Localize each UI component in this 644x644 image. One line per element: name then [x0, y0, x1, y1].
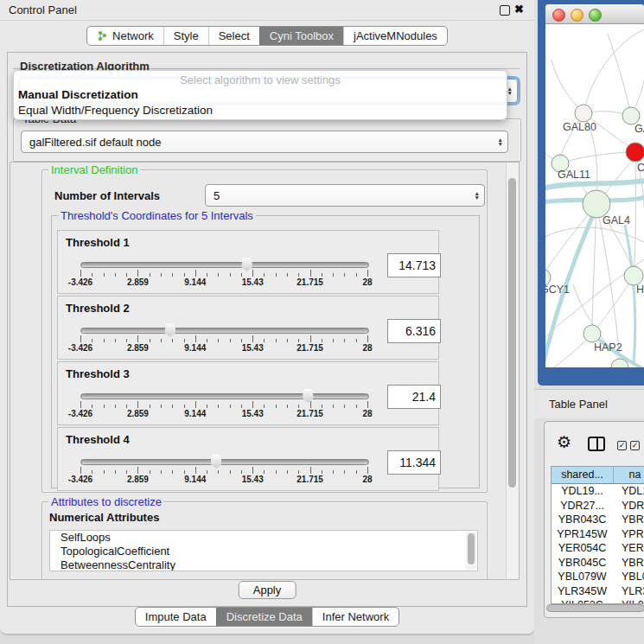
zoom-window-icon[interactable] [589, 9, 602, 22]
table-row[interactable]: YBR045CYBR0 [552, 556, 644, 571]
network-node[interactable] [583, 325, 601, 342]
tab-infer-network[interactable]: Infer Network [312, 608, 399, 626]
settings-viewport: Interval Definition Number of Intervals … [10, 162, 520, 580]
slider-track[interactable] [80, 262, 369, 268]
network-node[interactable] [622, 107, 640, 124]
attribute-item[interactable]: SelfLoops [50, 531, 477, 545]
network-view-inner: GAL80GACGAL11GAL4GCY1HHAP2 [545, 4, 644, 367]
node-label: GAL80 [563, 121, 596, 133]
slider-tick-labels: -3.4262.8599.14415.4321.71528 [80, 475, 367, 485]
threshold-value-field[interactable] [387, 385, 441, 409]
num-intervals-combo[interactable]: 5 ▲▼ [205, 184, 485, 207]
combo-spinner-icon: ▲▼ [498, 137, 503, 146]
slider-ticks [80, 467, 367, 474]
slider-track[interactable] [80, 393, 369, 399]
network-edge [552, 60, 583, 113]
tab-label: Network [112, 29, 154, 42]
tab-label: jActiveMNodules [354, 29, 437, 42]
table-row[interactable]: YLR345WYLR3 [552, 584, 644, 599]
dropdown-option-manual[interactable]: Manual Discretization [14, 86, 507, 102]
tab-label: Select [219, 29, 250, 42]
columns-icon[interactable] [588, 437, 605, 451]
table-row[interactable]: YIL052CYIL0 [552, 598, 644, 604]
content-scrollbar[interactable] [506, 163, 519, 579]
cell-name: YBR0 [613, 513, 644, 527]
slider-ticks [80, 270, 367, 277]
attributes-group-title: Attributes to discretize [48, 495, 164, 508]
close-icon[interactable]: ✖ [514, 3, 524, 16]
apply-button[interactable]: Apply [239, 581, 296, 599]
float-window-icon[interactable] [500, 5, 510, 16]
tab-impute-data[interactable]: Impute Data [136, 608, 216, 626]
interval-group-title: Interval Definition [48, 163, 140, 176]
thresholds-group-title: Threshold's Coordinates for 5 Intervals [58, 209, 256, 222]
algorithm-dropdown-popup: Select algorithm to view settings Manual… [13, 70, 507, 120]
network-node[interactable] [624, 266, 643, 285]
table-header-row: shared...na [552, 467, 644, 484]
threshold-panel: Threshold 2-3.4262.8599.14415.4321.71528 [57, 296, 439, 360]
combo-spinner-icon: ▲▼ [475, 191, 480, 200]
node-label: GAL4 [603, 214, 630, 226]
node-label: GA [634, 123, 644, 135]
cell-shared-name: YDR27... [552, 499, 613, 513]
tab-style[interactable]: Style [163, 27, 208, 45]
cell-name: YBR0 [613, 556, 644, 571]
slider-track[interactable] [80, 328, 369, 334]
thresholds-group: Threshold's Coordinates for 5 Intervals … [51, 215, 480, 488]
checkbox-icon[interactable]: ✓ [630, 441, 640, 450]
node-label: HAP2 [594, 341, 622, 354]
dropdown-placeholder: Select algorithm to view settings [14, 71, 507, 86]
tab-label: Style [174, 29, 199, 42]
attribute-item[interactable]: BetweennessCentrality [50, 558, 477, 571]
tab-cyni-toolbox[interactable]: Cyni Toolbox [259, 27, 343, 45]
network-node[interactable] [575, 105, 592, 122]
dropdown-option-equal-width[interactable]: Equal Width/Frequency Discretization [14, 102, 507, 118]
attributes-list: SelfLoopsTopologicalCoefficientBetweenne… [49, 530, 478, 571]
minimize-window-icon[interactable] [571, 9, 583, 22]
bottom-tab-bar: Impute DataDiscretize DataInfer Network [0, 607, 534, 627]
tab-jactivemnodules[interactable]: jActiveMNodules [343, 27, 447, 45]
tab-discretize-data[interactable]: Discretize Data [216, 608, 312, 626]
tab-label: Cyni Toolbox [270, 29, 334, 42]
combo-spinner-icon: ▲▼ [507, 86, 513, 95]
threshold-value-field[interactable] [387, 319, 441, 343]
cell-name: YLR3 [613, 584, 644, 599]
tab-select[interactable]: Select [208, 27, 259, 45]
tab-network[interactable]: Network [87, 27, 163, 45]
table-row[interactable]: YPR145WYPR1 [552, 527, 644, 542]
network-edge [560, 152, 627, 163]
table-horizontal-scrollbar[interactable] [546, 604, 644, 612]
column-header[interactable]: na [614, 467, 644, 483]
table-row[interactable]: YER054CYER0 [552, 541, 644, 556]
top-tab-bar: NetworkStyleSelectCyni ToolboxjActiveMNo… [0, 26, 534, 46]
gear-icon[interactable]: ⚙ [557, 432, 571, 452]
table-row[interactable]: YDL19...YDL1 [552, 484, 644, 499]
network-edge [592, 204, 596, 325]
column-header[interactable]: shared... [552, 467, 614, 483]
table-data-combo[interactable]: galFiltered.sif default node ▲▼ [21, 131, 508, 153]
network-edge [545, 227, 644, 242]
node-label: GCY1 [545, 284, 570, 296]
checkbox-icon[interactable]: ✓ [617, 441, 627, 450]
table-row[interactable]: YDR27...YDR2 [552, 499, 644, 513]
cyni-toolbox-content: Discretization Algorithm ▲▼ Select algor… [7, 52, 527, 607]
network-node[interactable] [626, 143, 644, 162]
close-window-icon[interactable] [552, 9, 565, 22]
network-canvas[interactable]: GAL80GACGAL11GAL4GCY1HHAP2 [545, 24, 644, 367]
table-data-value: galFiltered.sif default node [29, 136, 161, 149]
network-view-window[interactable]: GAL80GACGAL11GAL4GCY1HHAP2 [538, 0, 644, 386]
cell-shared-name: YLR345W [552, 584, 613, 599]
threshold-value-field[interactable] [387, 253, 441, 277]
attribute-item[interactable]: TopologicalCoefficient [50, 545, 477, 558]
threshold-value-field[interactable] [387, 450, 441, 475]
threshold-panel: Threshold 3-3.4262.8599.14415.4321.71528 [57, 361, 439, 425]
table-row[interactable]: YBL079WYBL0 [552, 570, 644, 584]
list-scrollbar[interactable] [466, 532, 476, 570]
cell-name: YBL0 [613, 570, 644, 584]
slider-track[interactable] [80, 459, 369, 465]
table-row[interactable]: YBR043CYBR0 [552, 513, 644, 527]
tab-label: Impute Data [145, 610, 207, 623]
cell-name: YER0 [613, 541, 644, 556]
slider-ticks [80, 335, 367, 342]
cell-shared-name: YBR045C [552, 556, 613, 571]
